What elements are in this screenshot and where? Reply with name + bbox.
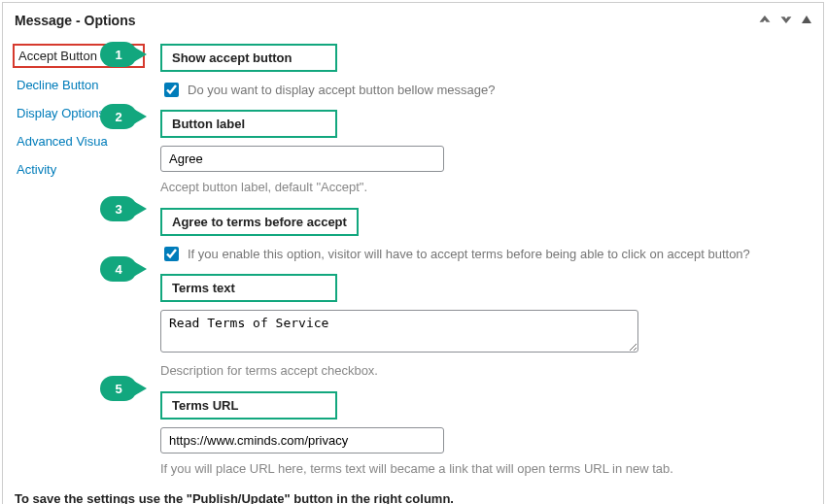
move-up-icon[interactable] xyxy=(759,14,771,27)
collapse-icon[interactable] xyxy=(802,14,811,27)
input-button-label[interactable] xyxy=(160,146,444,172)
hint-button-label: Accept button label, default "Accept". xyxy=(160,180,804,194)
sidebar: Accept Button Decline Button Display Opt… xyxy=(3,36,151,482)
hint-terms-text: Description for terms accept checkbox. xyxy=(160,363,804,378)
label-terms-text: Terms text xyxy=(160,274,337,302)
checkbox-show-accept[interactable]: Do you want to display accept button bel… xyxy=(160,80,804,100)
input-terms-url[interactable] xyxy=(160,427,444,454)
panel-header: Message - Options xyxy=(3,3,823,36)
checkbox-agree-first-help: If you enable this option, visitor will … xyxy=(188,247,750,261)
panel-actions xyxy=(759,14,811,27)
panel-title: Message - Options xyxy=(15,13,759,28)
sidebar-item-activity[interactable]: Activity xyxy=(13,158,151,181)
checkbox-show-accept-input[interactable] xyxy=(164,83,179,97)
field-button-label: Button label xyxy=(160,110,804,138)
checkbox-show-accept-help: Do you want to display accept button bel… xyxy=(188,83,496,97)
panel-body: Accept Button Decline Button Display Opt… xyxy=(3,36,823,491)
textarea-terms-text[interactable]: Read Terms of Service xyxy=(160,310,638,353)
checkbox-agree-first-input[interactable] xyxy=(164,247,179,261)
sidebar-item-decline-button[interactable]: Decline Button xyxy=(13,74,151,96)
hint-terms-url: If you will place URL here, terms text w… xyxy=(160,461,804,476)
options-panel: Message - Options Accept Button Decline … xyxy=(2,2,824,504)
sidebar-item-display-options[interactable]: Display Options xyxy=(13,102,151,124)
checkbox-agree-first[interactable]: If you enable this option, visitor will … xyxy=(160,244,804,264)
label-terms-url: Terms URL xyxy=(160,391,337,420)
label-button-label: Button label xyxy=(160,110,337,138)
field-terms-url: Terms URL xyxy=(160,391,804,420)
sidebar-item-advanced-visual[interactable]: Advanced Visua xyxy=(13,130,151,152)
field-show-accept: Show accept button xyxy=(160,44,804,72)
content: 1 2 3 4 5 Show accept button Do you want… xyxy=(151,36,823,482)
label-show-accept: Show accept button xyxy=(160,44,337,72)
footer-note: To save the settings use the "Publish/Up… xyxy=(3,491,823,504)
move-down-icon[interactable] xyxy=(780,14,792,27)
label-agree-first: Agree to terms before accept xyxy=(160,208,359,236)
field-agree-first: Agree to terms before accept xyxy=(160,208,804,236)
sidebar-item-accept-button[interactable]: Accept Button xyxy=(13,44,145,68)
field-terms-text: Terms text xyxy=(160,274,804,302)
